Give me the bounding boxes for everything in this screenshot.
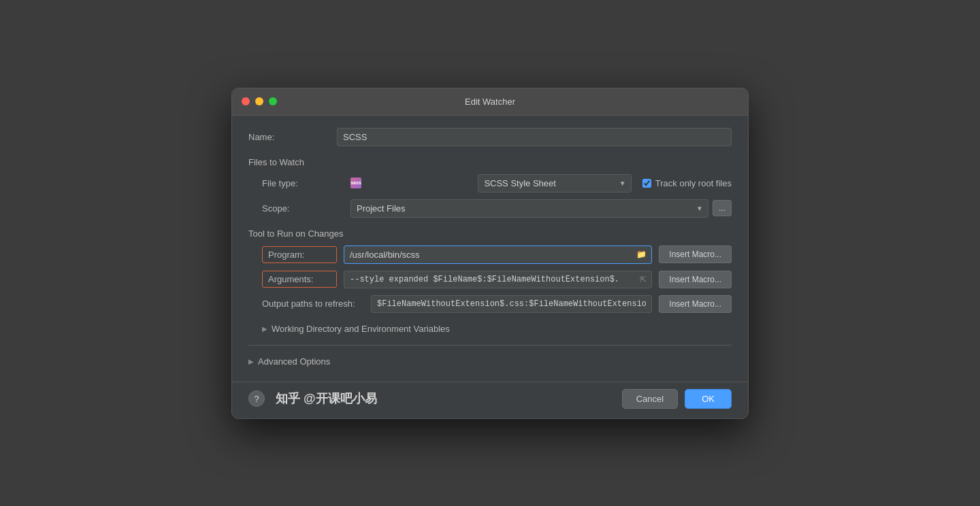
program-input[interactable] [344, 246, 652, 264]
working-dir-triangle: ▶ [262, 325, 267, 333]
track-only-area: Track only root files [642, 178, 732, 188]
track-only-checkbox[interactable] [642, 179, 651, 188]
advanced-options-label: Advanced Options [258, 356, 330, 367]
edit-watcher-dialog: Edit Watcher Name: Files to Watch File t… [231, 88, 749, 419]
output-insert-macro-button[interactable]: Insert Macro... [659, 295, 732, 313]
files-section-header: Files to Watch [248, 157, 732, 167]
title-bar: Edit Watcher [232, 88, 748, 116]
minimize-button[interactable] [255, 97, 263, 105]
file-type-inner: sass [350, 178, 478, 188]
arguments-input-wrapper: ⇱ [344, 271, 652, 288]
scope-select-wrapper: Project Files ▼ [350, 199, 708, 218]
working-directory-row[interactable]: ▶ Working Directory and Environment Vari… [248, 320, 732, 338]
arguments-insert-macro-button[interactable]: Insert Macro... [659, 271, 732, 288]
scope-browse-button[interactable]: ... [713, 200, 732, 216]
track-only-label: Track only root files [655, 178, 732, 188]
scope-select[interactable]: Project Files [350, 199, 708, 218]
cancel-button[interactable]: Cancel [622, 389, 678, 409]
ok-button[interactable]: OK [685, 389, 732, 409]
working-dir-label: Working Directory and Environment Variab… [272, 324, 450, 334]
advanced-options-row[interactable]: ▶ Advanced Options [248, 352, 732, 371]
dialog-body: Name: Files to Watch File type: sass SCS… [232, 116, 748, 382]
window-controls [242, 97, 277, 105]
output-paths-input[interactable] [371, 295, 652, 313]
scope-row: Scope: Project Files ▼ ... [248, 199, 732, 218]
program-row: Program: 📁 Insert Macro... [248, 246, 732, 264]
files-to-watch-section: Files to Watch File type: sass SCSS Styl… [248, 157, 732, 218]
tool-section-header: Tool to Run on Changes [248, 229, 732, 239]
scope-label: Scope: [262, 203, 350, 214]
file-type-label: File type: [262, 178, 350, 188]
help-button[interactable]: ? [248, 390, 265, 407]
arguments-input[interactable] [344, 271, 652, 288]
arguments-label: Arguments: [262, 271, 337, 288]
tool-section: Tool to Run on Changes Program: 📁 Insert… [248, 229, 732, 338]
dialog-title: Edit Watcher [465, 97, 515, 107]
file-type-row: File type: sass SCSS Style Sheet ▼ Track… [248, 174, 732, 192]
program-label: Program: [262, 246, 337, 263]
advanced-triangle: ▶ [248, 358, 254, 365]
name-input[interactable] [337, 128, 732, 146]
section-divider [248, 345, 732, 345]
name-label: Name: [248, 132, 337, 142]
output-paths-label: Output paths to refresh: [262, 299, 371, 309]
footer-left: ? [248, 390, 265, 407]
sass-icon: sass [350, 178, 361, 188]
file-type-select-wrapper: sass SCSS Style Sheet ▼ [350, 174, 632, 192]
arguments-row: Arguments: ⇱ Insert Macro... [248, 271, 732, 288]
name-row: Name: [248, 128, 732, 146]
output-paths-row: Output paths to refresh: Insert Macro... [248, 295, 732, 313]
watermark-text: 知乎 @开课吧小易 [276, 390, 377, 407]
close-button[interactable] [242, 97, 250, 105]
program-input-wrapper: 📁 [344, 246, 652, 264]
dialog-footer: ? 知乎 @开课吧小易 Cancel OK [232, 382, 748, 418]
maximize-button[interactable] [269, 97, 277, 105]
file-type-select[interactable]: SCSS Style Sheet [478, 174, 631, 192]
program-insert-macro-button[interactable]: Insert Macro... [659, 246, 732, 263]
